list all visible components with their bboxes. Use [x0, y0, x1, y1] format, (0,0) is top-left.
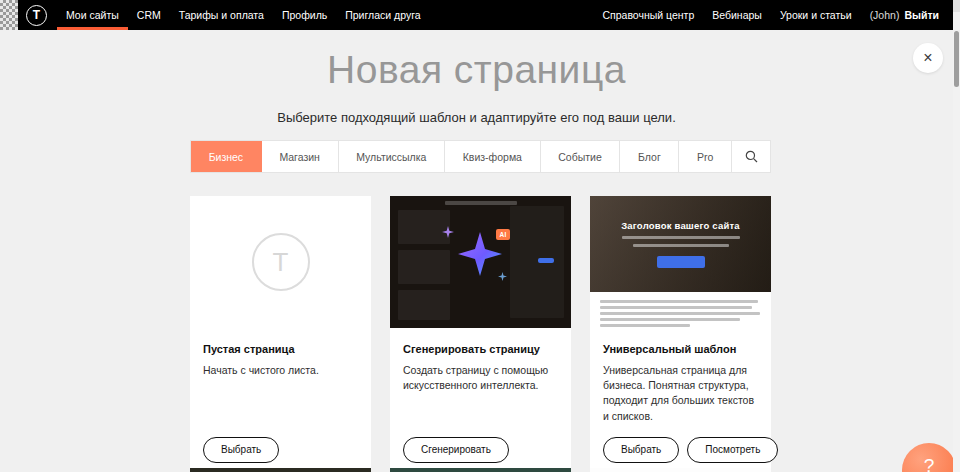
- tilda-logo-placeholder-icon: T: [273, 247, 289, 278]
- preview-decor-block: [398, 250, 450, 284]
- tab-pro[interactable]: Pro: [679, 141, 732, 172]
- tilda-logo-icon[interactable]: T: [26, 5, 47, 26]
- preview-decor-button: [538, 258, 554, 263]
- logout-link[interactable]: Выйти: [901, 9, 945, 21]
- tab-shop[interactable]: Магазин: [262, 141, 339, 172]
- preview-paragraph: [590, 292, 771, 327]
- preview-text-line: [633, 244, 729, 247]
- card-title: Сгенерировать страницу: [403, 343, 558, 355]
- scrollbar[interactable]: [953, 0, 960, 472]
- preview-site-title: Заголовок вашего сайта: [621, 220, 740, 231]
- preview-text-line: [600, 300, 758, 303]
- tab-blog[interactable]: Блог: [620, 141, 679, 172]
- choose-button[interactable]: Выбрать: [203, 437, 279, 463]
- close-button[interactable]: ×: [913, 43, 943, 73]
- sparkle-icon: [498, 272, 507, 281]
- preview-text-line: [600, 306, 752, 309]
- template-cards-row: T Пустая страница Начать с чистого листа…: [190, 196, 771, 472]
- sparkle-icon: [442, 226, 454, 238]
- nav-help-center[interactable]: Справочный центр: [593, 0, 703, 30]
- card-ai-generate: AI Сгенерировать страницу Создать страни…: [390, 196, 571, 472]
- card-buttons: Выбрать: [203, 437, 358, 463]
- card-title: Пустая страница: [203, 343, 358, 355]
- corner-pattern: [0, 0, 18, 30]
- scrollbar-thumb[interactable]: [954, 31, 959, 87]
- template-category-tabs: Бизнес Магазин Мультиссылка Квиз-форма С…: [190, 140, 771, 173]
- card-universal-template: Заголовок вашего сайта Универсальный шаб…: [590, 196, 771, 472]
- ai-badge: AI: [496, 229, 510, 240]
- card-buttons: Сгенерировать: [403, 437, 558, 463]
- partial-card-preview[interactable]: [590, 468, 771, 472]
- preview-text-line: [600, 318, 740, 321]
- card-blank-page: T Пустая страница Начать с чистого листа…: [190, 196, 371, 472]
- preview-button[interactable]: Посмотреть: [687, 437, 778, 463]
- partial-card-preview[interactable]: [390, 468, 571, 472]
- tab-business[interactable]: Бизнес: [191, 141, 262, 172]
- nav-pricing[interactable]: Тарифы и оплата: [170, 0, 273, 30]
- card-description: Начать с чистого листа.: [203, 363, 358, 378]
- page-title: Новая страница: [0, 48, 953, 92]
- ai-generate-preview[interactable]: AI: [390, 196, 571, 328]
- topbar-left-nav: Мои сайты CRM Тарифы и оплата Профиль Пр…: [57, 0, 430, 30]
- nav-profile[interactable]: Профиль: [273, 0, 336, 30]
- tilda-logo-placeholder-circle: T: [252, 233, 310, 291]
- help-button[interactable]: ?: [902, 443, 956, 472]
- preview-cta-button: [657, 256, 705, 268]
- scrollbar-up-button[interactable]: [953, 0, 960, 12]
- card-title: Универсальный шаблон: [603, 343, 758, 355]
- card-body: Сгенерировать страницу Создать страницу …: [390, 328, 571, 472]
- card-description: Создать страницу с помощью искусственног…: [403, 363, 558, 393]
- tab-multilink[interactable]: Мультиссылка: [339, 141, 445, 172]
- card-body: Универсальный шаблон Универсальная стран…: [590, 328, 771, 472]
- choose-button[interactable]: Выбрать: [603, 437, 679, 463]
- card-buttons: Выбрать Посмотреть: [603, 437, 758, 463]
- blank-page-preview[interactable]: T: [190, 196, 371, 328]
- preview-decor-block: [398, 290, 450, 320]
- generate-button[interactable]: Сгенерировать: [403, 437, 509, 463]
- preview-text-line: [622, 236, 740, 239]
- search-icon: [745, 150, 758, 163]
- tab-search[interactable]: [732, 141, 770, 172]
- topbar-right-nav: Справочный центр Вебинары Уроки и статьи…: [593, 0, 953, 30]
- card-description: Универсальная страница для бизнеса. Поня…: [603, 363, 758, 424]
- partial-card-preview[interactable]: [190, 468, 371, 472]
- tab-event[interactable]: Событие: [541, 141, 621, 172]
- nav-invite-friend[interactable]: Пригласи друга: [336, 0, 429, 30]
- page-subtitle: Выберите подходящий шаблон и адаптируйте…: [0, 110, 953, 125]
- preview-text-line: [600, 324, 690, 327]
- nav-crm[interactable]: CRM: [128, 0, 170, 30]
- preview-hero-section: Заголовок вашего сайта: [590, 196, 771, 292]
- preview-text-line: [600, 312, 760, 315]
- next-cards-row-partial: [190, 468, 771, 472]
- topbar: T Мои сайты CRM Тарифы и оплата Профиль …: [0, 0, 953, 30]
- user-name: (John): [861, 9, 902, 21]
- nav-lessons[interactable]: Уроки и статьи: [771, 0, 861, 30]
- tab-quiz-form[interactable]: Квиз-форма: [445, 141, 541, 172]
- preview-decor-block: [445, 201, 517, 205]
- logo-wrap[interactable]: T: [18, 0, 57, 30]
- universal-template-preview[interactable]: Заголовок вашего сайта: [590, 196, 771, 328]
- preview-decor-block: [510, 206, 564, 318]
- nav-my-sites[interactable]: Мои сайты: [57, 0, 128, 30]
- card-body: Пустая страница Начать с чистого листа. …: [190, 328, 371, 472]
- nav-webinars[interactable]: Вебинары: [703, 0, 771, 30]
